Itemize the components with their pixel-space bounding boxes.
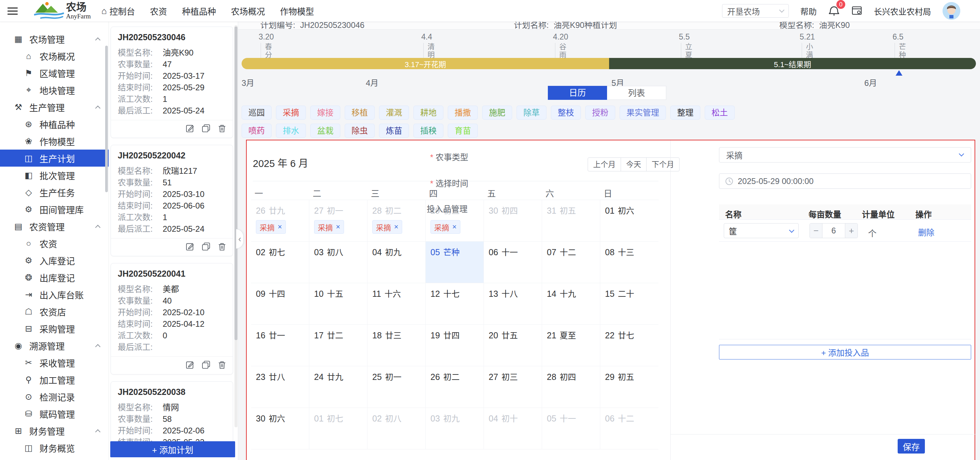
sidebar-item-作物模型[interactable]: ❀作物模型 — [0, 133, 108, 150]
sidebar-item-财务概览[interactable]: ◫财务概览 — [0, 439, 108, 456]
edit-plan-icon[interactable] — [185, 360, 195, 371]
workbench-settings-icon[interactable] — [851, 5, 862, 16]
task-tag-除草[interactable]: 除草 — [517, 105, 546, 120]
copy-plan-icon[interactable] — [202, 242, 211, 252]
task-tag-整理[interactable]: 整理 — [670, 105, 700, 120]
sidebar-item-生产计划[interactable]: ◫生产计划 — [0, 150, 108, 167]
edit-plan-icon[interactable] — [185, 124, 195, 134]
calendar-cell[interactable]: 25初一 — [368, 366, 426, 408]
calendar-cell[interactable]: 22廿七 — [600, 325, 659, 366]
calendar-cell[interactable]: 07十二 — [542, 241, 600, 283]
help-link[interactable]: 帮助 — [800, 5, 817, 17]
task-tag-排水[interactable]: 排水 — [276, 124, 306, 138]
calendar-cell[interactable]: 01初七 — [309, 408, 368, 449]
calendar-cell[interactable]: 01初六 — [600, 200, 659, 241]
input-name-select[interactable]: 筐 — [724, 223, 799, 238]
remove-task-icon[interactable]: × — [452, 222, 457, 232]
sidebar-item-种植品种[interactable]: ⊛种植品种 — [0, 115, 108, 133]
cell-task-tag[interactable]: 采摘× — [430, 220, 460, 234]
delete-plan-icon[interactable] — [218, 360, 227, 371]
task-tag-松土[interactable]: 松土 — [705, 105, 735, 120]
cell-task-tag[interactable]: 采摘× — [256, 220, 286, 234]
calendar-cell[interactable]: 28初二采摘× — [368, 200, 426, 241]
calendar-cell[interactable]: 04初九 — [368, 241, 426, 283]
hamburger-menu-icon[interactable] — [8, 5, 18, 16]
plan-card[interactable]: JH202505220042模型名称:欣瑞1217农事数量:51开始时间:202… — [111, 145, 233, 256]
calendar-cell[interactable]: 16廿一 — [251, 325, 309, 366]
today-button[interactable]: 今天 — [620, 157, 646, 171]
calendar-cell[interactable]: 02初七 — [251, 241, 309, 283]
sidebar-group-财务管理[interactable]: ⊞财务管理 — [0, 422, 108, 439]
cell-task-tag[interactable]: 采摘× — [314, 220, 344, 234]
calendar-cell[interactable]: 21夏至 — [542, 325, 600, 366]
calendar-cell[interactable]: 12十七 — [426, 283, 484, 325]
sidebar-item-生产任务[interactable]: ◇生产任务 — [0, 184, 108, 201]
time-picker-input[interactable]: 2025-05-29 00:00:00 — [719, 173, 971, 189]
task-tag-播撒[interactable]: 播撒 — [448, 105, 478, 120]
copy-plan-icon[interactable] — [202, 360, 211, 371]
add-plan-button[interactable]: + 添加计划 — [110, 441, 235, 457]
sidebar-item-农资[interactable]: ○农资 — [0, 235, 108, 252]
delete-row-link[interactable]: 删除 — [918, 226, 934, 238]
sidebar-scrollbar[interactable] — [105, 46, 108, 192]
calendar-cell[interactable]: 31初五 — [542, 200, 600, 241]
sidebar-group-农资管理[interactable]: ▤农资管理 — [0, 218, 108, 235]
sidebar-item-农资店[interactable]: ☖农资店 — [0, 303, 108, 320]
sidebar-group-溯源管理[interactable]: ◉溯源管理 — [0, 337, 108, 354]
remove-task-icon[interactable]: × — [394, 222, 398, 232]
cell-task-tag[interactable]: 采摘× — [372, 220, 402, 234]
task-tag-移植[interactable]: 移植 — [345, 105, 375, 120]
calendar-cell[interactable]: 15二十 — [600, 283, 659, 325]
task-tag-灌溉[interactable]: 灌溉 — [379, 105, 409, 120]
stepper-minus-button[interactable]: − — [810, 224, 822, 238]
calendar-cell[interactable]: 03初八 — [309, 241, 368, 283]
calendar-cell[interactable]: 08十三 — [600, 241, 659, 283]
calendar-cell[interactable]: 02初八 — [368, 408, 426, 449]
calendar-cell[interactable]: 30初六 — [251, 408, 309, 449]
task-tag-嫁接[interactable]: 嫁接 — [310, 105, 340, 120]
plan-list-scrollbar-thumb[interactable] — [234, 27, 237, 340]
sidebar-item-批次管理[interactable]: ◧批次管理 — [0, 167, 108, 184]
user-avatar[interactable] — [943, 2, 960, 20]
calendar-cell[interactable]: 06十二 — [600, 408, 659, 449]
calendar-cell[interactable]: 27初三 — [484, 366, 542, 408]
calendar-cell[interactable]: 09十四 — [251, 283, 309, 325]
save-button[interactable]: 保存 — [898, 439, 925, 454]
next-month-button[interactable]: 下个月 — [646, 157, 679, 171]
calendar-cell[interactable]: 17廿二 — [309, 325, 368, 366]
sidebar-item-入库登记[interactable]: ⚙入库登记 — [0, 252, 108, 269]
calendar-cell[interactable]: 13十八 — [484, 283, 542, 325]
calendar-cell[interactable]: 26初二 — [426, 366, 484, 408]
add-input-button[interactable]: + 添加投入品 — [719, 345, 971, 359]
remove-task-icon[interactable]: × — [278, 222, 282, 232]
menu-item-5[interactable]: 作物模型 — [280, 5, 314, 17]
calendar-cell[interactable]: 23廿八 — [251, 366, 309, 408]
menu-item-1[interactable]: ⌂控制台 — [102, 5, 135, 17]
sidebar-item-检测记录[interactable]: ⊙检测记录 — [0, 388, 108, 405]
sidebar-group-生产管理[interactable]: ⚒生产管理 — [0, 99, 108, 115]
task-tag-采摘[interactable]: 采摘 — [276, 105, 306, 120]
stepper-plus-button[interactable]: + — [845, 224, 858, 238]
calendar-cell[interactable]: 11十六 — [368, 283, 426, 325]
copy-plan-icon[interactable] — [202, 124, 211, 134]
task-tag-盆栽[interactable]: 盆栽 — [310, 124, 340, 138]
task-tag-育苗[interactable]: 育苗 — [448, 124, 478, 138]
calendar-cell[interactable]: 27初一采摘× — [309, 200, 368, 241]
tab-list[interactable]: 列表 — [607, 86, 666, 100]
plan-card[interactable]: JH202505230046模型名称:油亮K90农事数量:47开始时间:2025… — [111, 27, 233, 138]
stepper-value[interactable]: 6 — [822, 224, 845, 238]
task-tag-插秧[interactable]: 插秧 — [414, 124, 443, 138]
task-tag-整枝[interactable]: 整枝 — [551, 105, 581, 120]
sidebar-item-采购管理[interactable]: ⊟采购管理 — [0, 320, 108, 337]
calendar-cell[interactable]: 18廿三 — [368, 325, 426, 366]
task-tag-耕地[interactable]: 耕地 — [414, 105, 443, 120]
remove-task-icon[interactable]: × — [336, 222, 340, 232]
calendar-cell[interactable]: 14十九 — [542, 283, 600, 325]
calendar-cell[interactable]: 24廿九 — [309, 366, 368, 408]
sidebar-item-加工管理[interactable]: ⚲加工管理 — [0, 371, 108, 388]
sidebar-item-农场概况[interactable]: ⌂农场概况 — [0, 47, 108, 64]
calendar-cell[interactable]: 19廿四 — [426, 325, 484, 366]
tab-calendar[interactable]: 日历 — [548, 86, 607, 100]
calendar-cell[interactable]: 03初九 — [426, 408, 484, 449]
calendar-cell[interactable]: 06十一 — [484, 241, 542, 283]
